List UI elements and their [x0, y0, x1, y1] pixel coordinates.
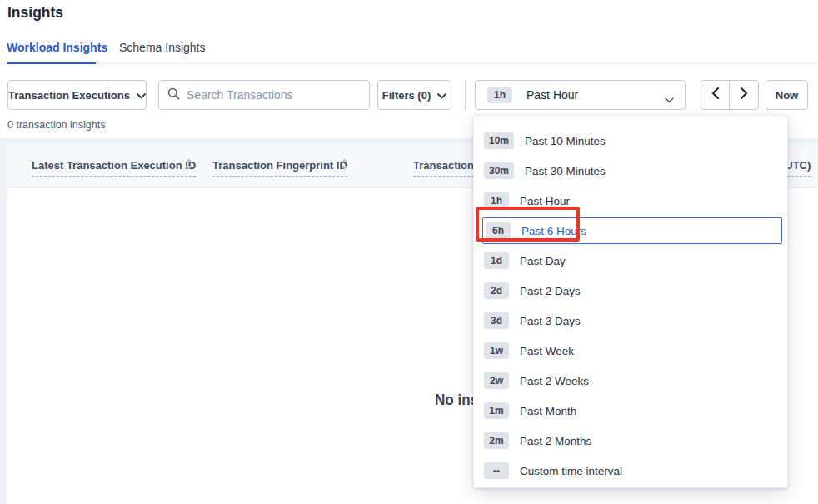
menu-item-past-30-minutes[interactable]: 30m Past 30 Minutes	[474, 156, 787, 186]
menu-item-past-10-minutes[interactable]: 10m Past 10 Minutes	[474, 126, 787, 156]
search-input[interactable]	[187, 88, 361, 102]
toolbar-divider	[465, 80, 466, 110]
menu-item-past-2-months[interactable]: 2m Past 2 Months	[474, 426, 787, 456]
chevron-left-icon	[711, 87, 719, 102]
sort-icon[interactable]	[341, 158, 348, 173]
time-range-badge: 1h	[487, 87, 512, 103]
tabbar-divider	[0, 63, 818, 64]
time-range-pager	[701, 80, 759, 110]
menu-item-past-3-days[interactable]: 3d Past 3 Days	[474, 306, 787, 336]
search-box[interactable]	[158, 80, 370, 110]
next-interval-button[interactable]	[730, 81, 758, 109]
now-label: Now	[776, 89, 798, 102]
time-range-picker[interactable]: 1h Past Hour	[475, 80, 686, 110]
column-header-latest-transaction-execution-id[interactable]: Latest Transaction Execution ID	[32, 159, 196, 172]
search-icon	[167, 87, 180, 103]
filters-button[interactable]: Filters (0)	[377, 80, 451, 110]
time-interval-dropdown-menu: 10m Past 10 Minutes 30m Past 30 Minutes …	[473, 115, 788, 488]
menu-item-past-month[interactable]: 1m Past Month	[474, 396, 787, 426]
menu-item-past-week[interactable]: 1w Past Week	[474, 336, 787, 366]
view-select-dropdown[interactable]: Transaction Executions	[7, 80, 147, 110]
tab-schema-insights[interactable]: Schema Insights	[119, 41, 206, 54]
menu-item-past-2-days[interactable]: 2d Past 2 Days	[474, 276, 787, 306]
page-title: Insights	[7, 4, 63, 22]
chevron-down-icon	[437, 89, 446, 102]
sort-icon[interactable]	[185, 158, 192, 173]
previous-interval-button[interactable]	[701, 81, 730, 109]
column-header-transaction-fingerprint-id[interactable]: Transaction Fingerprint ID	[212, 159, 347, 172]
insights-count: 0 transaction insights	[7, 119, 105, 131]
menu-item-custom-time-interval[interactable]: -- Custom time interval	[474, 456, 787, 486]
chevron-down-icon	[137, 89, 146, 102]
now-button[interactable]: Now	[766, 80, 808, 110]
menu-item-past-hour[interactable]: 1h Past Hour	[474, 186, 787, 216]
toolbar: Transaction Executions Filters (0) 1h Pa…	[0, 80, 818, 110]
menu-item-past-2-weeks[interactable]: 2w Past 2 Weeks	[474, 366, 787, 396]
chevron-right-icon	[741, 87, 748, 102]
insights-page: Insights Workload Insights Schema Insigh…	[0, 0, 818, 504]
tab-workload-insights[interactable]: Workload Insights	[7, 41, 107, 54]
active-tab-underline	[7, 62, 96, 64]
chevron-down-icon	[665, 93, 674, 106]
time-range-label: Past Hour	[526, 88, 578, 102]
filters-label: Filters (0)	[382, 89, 431, 102]
menu-item-past-6-hours[interactable]: 6h Past 6 Hours	[482, 217, 782, 244]
menu-item-past-day[interactable]: 1d Past Day	[474, 246, 787, 276]
view-select-label: Transaction Executions	[8, 89, 130, 102]
